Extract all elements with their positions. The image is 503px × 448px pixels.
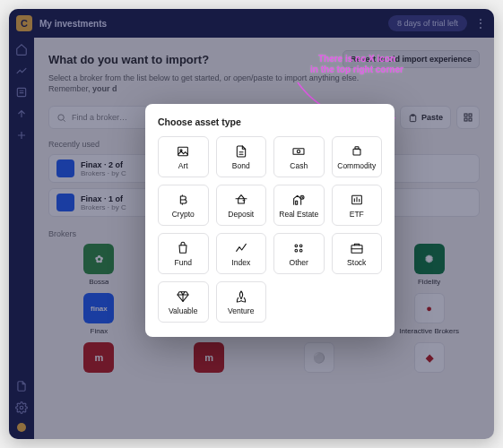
etf-icon bbox=[350, 193, 364, 207]
svg-rect-11 bbox=[293, 148, 304, 154]
more-menu-icon[interactable]: ⋮ bbox=[474, 17, 487, 30]
broker-item[interactable]: m bbox=[48, 342, 150, 376]
broker-label: Fidelity bbox=[418, 278, 440, 286]
broker-logo-icon: ◆ bbox=[414, 342, 445, 373]
list-icon[interactable] bbox=[15, 86, 28, 99]
valuable-icon bbox=[176, 289, 190, 304]
bond-icon bbox=[234, 144, 248, 159]
document-icon[interactable] bbox=[15, 380, 28, 392]
status-dot-icon[interactable] bbox=[17, 423, 26, 432]
venture-icon bbox=[234, 289, 248, 304]
asset-type-valuable[interactable]: Valuable bbox=[158, 281, 209, 323]
asset-type-label: ETF bbox=[350, 210, 364, 219]
sidebar bbox=[9, 38, 34, 439]
recent-sub: Brokers · by C bbox=[81, 203, 126, 211]
asset-type-label: Crypto bbox=[172, 210, 195, 219]
broker-label: Finax bbox=[91, 327, 108, 335]
asset-type-etf[interactable]: ETF bbox=[332, 185, 383, 226]
broker-logo-icon: ✿ bbox=[83, 244, 114, 274]
svg-rect-7 bbox=[464, 118, 467, 121]
svg-point-12 bbox=[298, 150, 300, 152]
broker-item[interactable]: ⚪ bbox=[269, 342, 370, 376]
svg-rect-8 bbox=[469, 118, 472, 121]
app-logo[interactable]: C bbox=[16, 15, 32, 31]
svg-point-10 bbox=[180, 149, 182, 151]
broker-logo-icon: ✺ bbox=[414, 244, 445, 274]
crypto-icon bbox=[176, 193, 190, 207]
asset-type-label: Other bbox=[290, 258, 308, 267]
broker-item[interactable]: m bbox=[159, 342, 260, 376]
svg-rect-4 bbox=[410, 115, 415, 121]
asset-type-art[interactable]: Art bbox=[158, 136, 209, 177]
choose-asset-modal: Choose asset type ArtBondCashCommodityCr… bbox=[145, 104, 395, 337]
asset-type-label: Fund bbox=[175, 258, 192, 267]
asset-type-venture[interactable]: Venture bbox=[216, 281, 267, 323]
import-subtext-2: Remember, your d bbox=[48, 84, 480, 93]
asset-type-label: Commodity bbox=[337, 161, 376, 170]
asset-type-label: Bond bbox=[232, 161, 250, 170]
asset-type-fund[interactable]: Fund bbox=[158, 233, 209, 274]
index-icon bbox=[234, 241, 248, 255]
import-heading: What do you want to import? bbox=[48, 53, 209, 66]
performance-icon[interactable] bbox=[15, 65, 28, 77]
page-title: My investments bbox=[39, 19, 107, 29]
broker-label: Bossa bbox=[89, 278, 108, 286]
recent-title: Finax · 1 of bbox=[81, 194, 126, 203]
clipboard-icon bbox=[408, 113, 418, 123]
broker-label: Interactive Brokers bbox=[399, 327, 459, 335]
search-icon bbox=[56, 113, 66, 123]
paste-label: Paste bbox=[421, 113, 443, 122]
broker-logo-icon bbox=[56, 159, 74, 177]
annotation-line-1: There is no X icon bbox=[318, 54, 395, 64]
commodity-icon bbox=[350, 144, 364, 159]
svg-point-22 bbox=[300, 249, 303, 252]
asset-type-index[interactable]: Index bbox=[216, 233, 267, 274]
stock-icon bbox=[350, 241, 364, 255]
asset-type-other[interactable]: Other bbox=[273, 233, 325, 274]
plus-icon[interactable] bbox=[15, 129, 28, 142]
broker-item[interactable]: ✿Bossa bbox=[48, 244, 150, 286]
realestate-icon bbox=[291, 193, 306, 207]
cash-icon bbox=[291, 144, 306, 159]
trial-pill[interactable]: 8 days of trial left bbox=[388, 15, 467, 31]
broker-logo-icon: ⚪ bbox=[304, 342, 334, 373]
art-icon bbox=[176, 144, 190, 159]
gear-icon[interactable] bbox=[15, 401, 28, 414]
asset-type-label: Venture bbox=[228, 306, 254, 315]
svg-rect-6 bbox=[469, 114, 472, 116]
app-frame: C My investments 8 days of trial left ⋮ … bbox=[9, 9, 494, 439]
annotation-line-2: in the top right corner bbox=[310, 65, 403, 74]
deposit-icon bbox=[234, 193, 248, 207]
svg-point-19 bbox=[295, 245, 298, 247]
asset-type-crypto[interactable]: Crypto bbox=[158, 185, 209, 226]
asset-type-cash[interactable]: Cash bbox=[273, 136, 325, 177]
grid-icon bbox=[463, 112, 473, 123]
asset-type-commodity[interactable]: Commodity bbox=[332, 136, 383, 177]
asset-type-realestate[interactable]: Real Estate bbox=[273, 185, 325, 226]
svg-point-1 bbox=[20, 406, 23, 409]
svg-point-15 bbox=[359, 149, 360, 150]
upload-icon[interactable] bbox=[15, 108, 28, 120]
broker-logo-icon: m bbox=[83, 342, 114, 373]
broker-logo-icon: m bbox=[194, 342, 224, 373]
broker-item[interactable]: ◆ bbox=[378, 342, 480, 376]
svg-point-2 bbox=[58, 114, 64, 119]
home-icon[interactable] bbox=[15, 43, 28, 56]
svg-point-21 bbox=[295, 249, 298, 252]
asset-type-stock[interactable]: Stock bbox=[332, 233, 383, 274]
topbar: C My investments 8 days of trial left ⋮ bbox=[9, 9, 494, 38]
asset-type-label: Valuable bbox=[169, 306, 197, 315]
fund-icon bbox=[176, 241, 190, 255]
view-toggle-button[interactable] bbox=[456, 106, 480, 129]
broker-item[interactable]: finaxFinax bbox=[48, 293, 150, 335]
other-icon bbox=[291, 241, 306, 255]
asset-type-bond[interactable]: Bond bbox=[216, 136, 267, 177]
svg-point-20 bbox=[300, 245, 303, 247]
broker-logo-icon: finax bbox=[83, 293, 114, 323]
asset-type-label: Stock bbox=[347, 258, 366, 267]
asset-type-deposit[interactable]: Deposit bbox=[216, 185, 267, 226]
import-subtext-2b: your d bbox=[92, 84, 117, 93]
svg-rect-9 bbox=[178, 147, 188, 155]
svg-rect-14 bbox=[355, 146, 359, 149]
paste-button[interactable]: Paste bbox=[400, 106, 451, 129]
